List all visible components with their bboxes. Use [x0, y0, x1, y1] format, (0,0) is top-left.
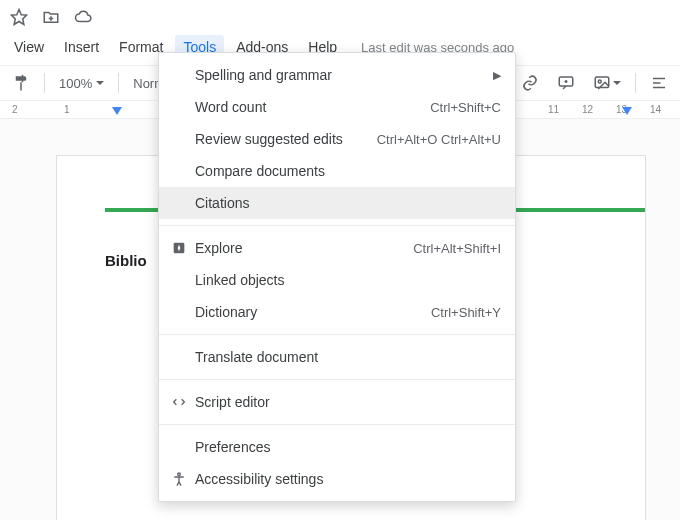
ruler-tick: 12 [582, 104, 593, 115]
menu-item-dictionary[interactable]: DictionaryCtrl+Shift+Y [159, 296, 515, 328]
paint-format-icon[interactable] [6, 66, 36, 100]
menu-item-compare-documents[interactable]: Compare documents [159, 155, 515, 187]
menu-item-shortcut: Ctrl+Alt+O Ctrl+Alt+U [377, 132, 501, 147]
indent-marker-icon[interactable] [622, 107, 632, 117]
tools-menu-dropdown: Spelling and grammar▶Word countCtrl+Shif… [158, 52, 516, 502]
indent-marker-icon[interactable] [112, 107, 122, 117]
menu-item-label: Translate document [191, 349, 501, 365]
menu-item-script-editor[interactable]: Script editor [159, 386, 515, 418]
cloud-status-icon[interactable] [74, 8, 92, 29]
svg-point-3 [598, 80, 601, 83]
menu-item-review-suggested-edits[interactable]: Review suggested editsCtrl+Alt+O Ctrl+Al… [159, 123, 515, 155]
align-icon[interactable] [644, 66, 674, 100]
toolbar-separator [118, 73, 119, 93]
menu-divider [159, 379, 515, 380]
menu-insert[interactable]: Insert [56, 35, 107, 59]
menu-divider [159, 225, 515, 226]
menu-item-explore[interactable]: ExploreCtrl+Alt+Shift+I [159, 232, 515, 264]
title-icon-bar [0, 0, 680, 31]
toolbar-separator [44, 73, 45, 93]
script-icon [167, 394, 191, 410]
menu-item-label: Citations [191, 195, 501, 211]
explore-icon [167, 240, 191, 256]
menu-item-label: Review suggested edits [191, 131, 377, 147]
menu-item-shortcut: Ctrl+Alt+Shift+I [413, 241, 501, 256]
submenu-caret-icon: ▶ [493, 69, 501, 82]
ruler-tick: 1 [64, 104, 70, 115]
image-icon[interactable] [587, 66, 627, 100]
menu-item-linked-objects[interactable]: Linked objects [159, 264, 515, 296]
menu-item-word-count[interactable]: Word countCtrl+Shift+C [159, 91, 515, 123]
menu-view[interactable]: View [6, 35, 52, 59]
accessibility-icon [167, 471, 191, 487]
menu-item-label: Script editor [191, 394, 501, 410]
menu-item-accessibility-settings[interactable]: Accessibility settings [159, 463, 515, 495]
ruler-tick: 14 [650, 104, 661, 115]
svg-marker-5 [622, 107, 632, 115]
menu-item-label: Accessibility settings [191, 471, 501, 487]
menu-item-label: Explore [191, 240, 413, 256]
link-icon[interactable] [515, 66, 545, 100]
move-folder-icon[interactable] [42, 8, 60, 29]
menu-item-label: Word count [191, 99, 430, 115]
menu-item-translate-document[interactable]: Translate document [159, 341, 515, 373]
menu-divider [159, 334, 515, 335]
menu-item-label: Preferences [191, 439, 501, 455]
menu-item-preferences[interactable]: Preferences [159, 431, 515, 463]
ruler-tick: 11 [548, 104, 559, 115]
star-icon[interactable] [10, 8, 28, 29]
menu-item-label: Dictionary [191, 304, 431, 320]
zoom-value: 100% [59, 76, 92, 91]
chevron-down-icon [96, 81, 104, 85]
zoom-select[interactable]: 100% [53, 76, 110, 91]
menu-item-label: Compare documents [191, 163, 501, 179]
ruler-tick: 2 [12, 104, 18, 115]
menu-item-spelling-and-grammar[interactable]: Spelling and grammar▶ [159, 59, 515, 91]
svg-marker-4 [112, 107, 122, 115]
chevron-down-icon [613, 81, 621, 85]
menu-item-shortcut: Ctrl+Shift+C [430, 100, 501, 115]
svg-point-8 [178, 473, 181, 476]
toolbar-separator [635, 73, 636, 93]
menu-item-label: Spelling and grammar [191, 67, 493, 83]
menu-divider [159, 424, 515, 425]
menu-item-label: Linked objects [191, 272, 501, 288]
menu-item-shortcut: Ctrl+Shift+Y [431, 305, 501, 320]
comment-icon[interactable] [551, 66, 581, 100]
menu-item-citations[interactable]: Citations [159, 187, 515, 219]
svg-marker-0 [12, 10, 27, 25]
document-heading[interactable]: Biblio [105, 252, 147, 269]
